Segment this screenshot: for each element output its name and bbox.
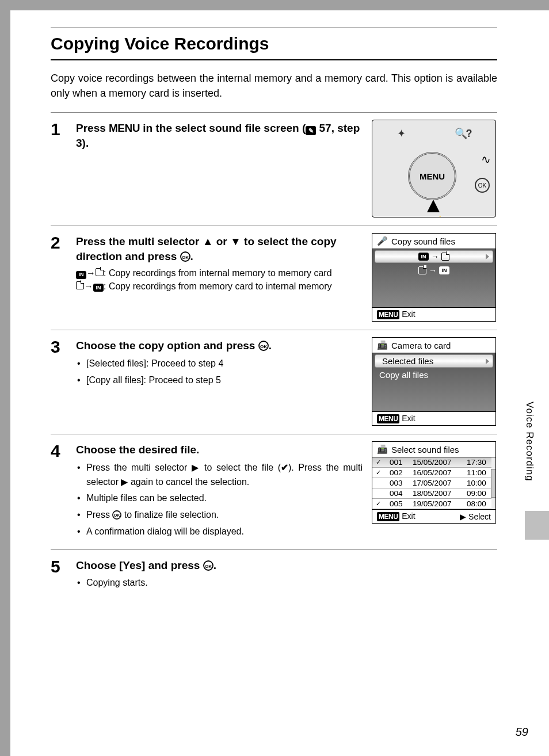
- file-index: 003: [390, 479, 407, 487]
- scrollbar: [491, 469, 495, 498]
- intro-text: Copy voice recordings between the intern…: [51, 71, 497, 101]
- menu-button-label: MENU: [420, 171, 445, 181]
- card-icon: [418, 266, 426, 274]
- menu-badge-icon: MENU: [377, 310, 399, 319]
- text: .: [269, 339, 272, 352]
- lcd-title-text: Camera to card: [391, 341, 451, 350]
- list-item: [Copy all files]: Proceed to step 5: [76, 373, 363, 388]
- lcd-footer: MENU Exit ▶ Select: [372, 509, 495, 523]
- lcd-footer: MENU Exit: [372, 307, 495, 321]
- menu-badge-icon: MENU: [377, 512, 399, 521]
- exit-label: Exit: [402, 414, 415, 423]
- bullet-list: Copying starts.: [76, 576, 497, 590]
- file-date: 15/05/2007: [413, 458, 461, 467]
- ok-icon: OK: [180, 251, 190, 262]
- internal-memory-icon: IN: [76, 271, 86, 279]
- step-heading: Press the multi selector ▲ or ▼ to selec…: [76, 234, 363, 264]
- lcd-select-files: 📠 Select sound files ✓ 001 15/05/2007 17…: [372, 441, 496, 524]
- ok-icon: OK: [112, 510, 121, 520]
- arrow-right-icon: →: [429, 266, 437, 275]
- lcd-copy-option: 📠 Camera to card Selected files Copy all…: [372, 337, 496, 426]
- svg-text:OK: OK: [182, 254, 189, 259]
- step-number: 3: [51, 337, 67, 356]
- text: Choose the copy option and press: [76, 339, 258, 352]
- bullet-list: [Selected files]: Proceed to step 4 [Cop…: [76, 357, 363, 388]
- lcd-body: Selected files Copy all files: [372, 353, 495, 411]
- check-mark: ✓: [376, 459, 384, 466]
- step-5: 5 Choose [Yes] and press OK. Copying sta…: [51, 549, 497, 601]
- magnify-help-icon: 🔍?: [455, 127, 471, 140]
- file-date: 17/05/2007: [413, 479, 461, 487]
- step-4: 4 Choose the desired file. Press the mul…: [51, 434, 497, 549]
- camera-top-icons: ✦ 🔍?: [372, 127, 495, 140]
- text: in the select sound file screen (: [140, 122, 306, 134]
- up-arrow-icon: [427, 200, 440, 212]
- list-item: [Selected files]: Proceed to step 4: [76, 357, 363, 371]
- list-item: Press OK to finalize file selection.: [76, 508, 363, 522]
- camera-diagram: ✦ 🔍? MENU OK ∿ ⚡: [372, 120, 496, 217]
- bullet-list: Press the multi selector ▶ to select the…: [76, 461, 363, 539]
- step-body: Choose the copy option and press OK. [Se…: [76, 337, 363, 390]
- card-icon: [96, 268, 104, 276]
- step-illustration: ✦ 🔍? MENU OK ∿ ⚡: [372, 120, 497, 217]
- text: Press the multi selector ▲ or ▼ to selec…: [76, 235, 337, 262]
- svg-text:OK: OK: [260, 344, 267, 349]
- text: Press the multi selector ▶ to select the…: [86, 463, 281, 472]
- text: Press: [86, 510, 112, 520]
- exit-label: Exit: [402, 511, 415, 521]
- file-row: 003 17/05/2007 10:00: [372, 478, 495, 488]
- step-number: 1: [51, 120, 67, 138]
- card-icon: [441, 253, 449, 261]
- option-copy-all: Copy all files: [372, 369, 495, 381]
- step-heading: Choose [Yes] and press OK.: [76, 558, 497, 573]
- text: : Copy recordings from internal memory t…: [104, 268, 332, 278]
- text: Press: [76, 122, 109, 134]
- step-number: 4: [51, 441, 67, 460]
- page: Copying Voice Recordings Copy voice reco…: [10, 10, 549, 756]
- file-time: 17:30: [467, 458, 492, 467]
- dpad-icon: ✦: [397, 127, 406, 140]
- lcd-title-text: Select sound files: [391, 445, 459, 455]
- thumb-index-block: [525, 511, 549, 540]
- select-label: Select: [468, 512, 491, 521]
- tilde-icon: ∿: [481, 152, 491, 166]
- file-time: 08:00: [467, 499, 492, 508]
- lcd-title-text: Copy sound files: [391, 236, 455, 246]
- file-time: 11:00: [467, 468, 492, 477]
- lcd-copy-direction: 🎤 Copy sound files IN → →: [372, 233, 496, 322]
- lcd-title: 📠 Select sound files: [372, 442, 495, 457]
- content-area: Copying Voice Recordings Copy voice reco…: [51, 28, 497, 601]
- file-time: 10:00: [467, 479, 492, 487]
- text: to finalize file selection.: [121, 510, 219, 520]
- lcd-footer: MENU Exit: [372, 411, 495, 425]
- list-item: Press the multi selector ▶ to select the…: [76, 461, 363, 490]
- text: : Copy recordings from memory card to in…: [104, 281, 332, 291]
- option-selected-files: Selected files: [375, 354, 493, 368]
- ok-icon: OK: [258, 341, 269, 351]
- step-illustration: 📠 Select sound files ✓ 001 15/05/2007 17…: [372, 441, 497, 524]
- card-icon: [76, 281, 84, 289]
- list-item: Multiple files can be selected.: [76, 491, 363, 506]
- ok-button-icon: OK: [475, 178, 490, 193]
- list-item: A confirmation dialog will be displayed.: [76, 525, 363, 539]
- menu-icon-word: MENU: [109, 122, 140, 134]
- text: .: [214, 559, 216, 571]
- file-index: 004: [390, 489, 407, 498]
- internal-memory-icon: IN: [418, 253, 429, 261]
- file-index: 001: [390, 458, 407, 467]
- step-heading: Choose the copy option and press OK.: [76, 338, 363, 353]
- title-block: Copying Voice Recordings: [51, 28, 497, 60]
- steps-list: 1 Press MENU in the select sound file sc…: [51, 112, 497, 601]
- step-body: Press the multi selector ▲ or ▼ to selec…: [76, 233, 363, 293]
- transfer-icon: 📠: [377, 444, 388, 455]
- file-row: ✓ 005 19/05/2007 08:00: [372, 499, 495, 509]
- step-body: Choose [Yes] and press OK. Copying start…: [76, 557, 497, 593]
- check-mark: ✓: [376, 500, 384, 507]
- reference-icon: ✎: [306, 126, 316, 135]
- step-number: 2: [51, 233, 67, 251]
- svg-text:OK: OK: [114, 513, 121, 518]
- file-index: 005: [390, 499, 407, 508]
- internal-memory-icon: IN: [439, 266, 449, 274]
- exit-label: Exit: [402, 310, 415, 319]
- play-icon: ▶: [460, 512, 466, 521]
